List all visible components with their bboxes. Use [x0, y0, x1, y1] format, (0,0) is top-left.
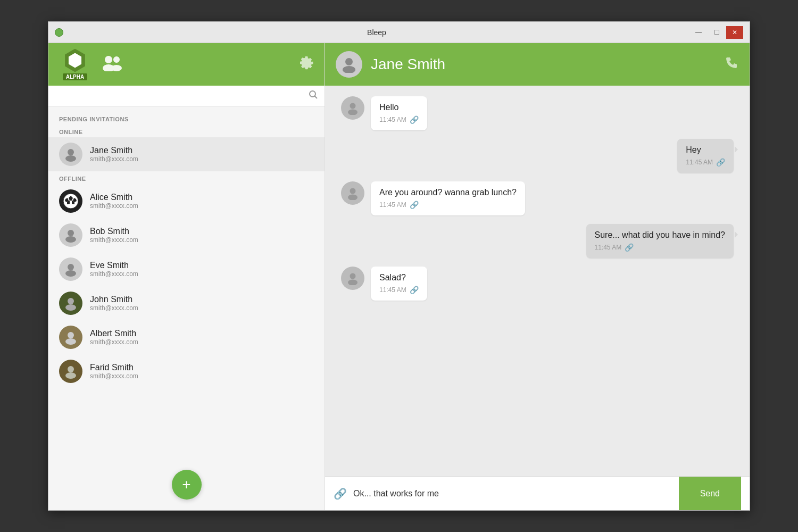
contact-email-john: smith@xxxx.com	[90, 304, 138, 312]
sidebar: ALPHA	[48, 43, 325, 510]
svg-point-21	[65, 338, 76, 345]
contact-name-bob: Bob Smith	[90, 227, 138, 236]
svg-point-17	[65, 270, 76, 277]
send-button[interactable]: Send	[679, 477, 741, 511]
traffic-light-button[interactable]	[55, 28, 63, 37]
msg-bubble-3: Are you around? wanna grab lunch? 11:45 …	[371, 181, 525, 215]
svg-point-23	[65, 372, 76, 379]
contact-info-john: John Smith smith@xxxx.com	[90, 295, 138, 312]
contact-info-farid: Farid Smith smith@xxxx.com	[90, 363, 138, 380]
msg-text-3: Are you around? wanna grab lunch?	[379, 188, 517, 197]
svg-point-14	[68, 230, 74, 236]
sidebar-footer: +	[48, 459, 325, 510]
link-icon-2: 🔗	[716, 158, 725, 167]
svg-point-3	[111, 65, 122, 71]
chat-header: Jane Smith	[325, 43, 750, 86]
offline-label: OFFLINE	[48, 171, 325, 184]
contact-info-bob: Bob Smith smith@xxxx.com	[90, 227, 138, 244]
add-contact-button[interactable]: +	[172, 470, 202, 500]
msg-bubble-4: Sure... what did you have in mind? 11:45…	[586, 224, 734, 258]
search-input[interactable]	[55, 92, 309, 100]
svg-point-18	[68, 298, 74, 304]
contact-item-john[interactable]: John Smith smith@xxxx.com	[48, 286, 325, 320]
contact-info-alice: Alice Smith smith@xxxx.com	[90, 193, 138, 210]
avatar-bob	[59, 223, 82, 247]
contact-name-john: John Smith	[90, 295, 138, 304]
svg-point-6	[68, 149, 74, 155]
msg-bubble-5: Salad? 11:45 AM 🔗	[371, 267, 427, 301]
phone-icon[interactable]	[724, 55, 739, 74]
msg-meta-5: 11:45 AM 🔗	[379, 286, 419, 294]
svg-point-29	[348, 195, 358, 201]
svg-point-7	[65, 155, 76, 162]
message-row-4: Sure... what did you have in mind? 11:45…	[586, 224, 734, 258]
svg-point-27	[348, 110, 358, 115]
chat-area: Jane Smith	[325, 43, 750, 510]
svg-point-26	[350, 103, 356, 109]
msg-meta-3: 11:45 AM 🔗	[379, 201, 517, 209]
search-bar	[48, 86, 325, 106]
message-input[interactable]	[353, 489, 672, 498]
contact-name-albert: Albert Smith	[90, 329, 138, 338]
contacts-icon[interactable]	[102, 54, 123, 75]
msg-time-3: 11:45 AM	[379, 201, 406, 209]
link-icon-1: 🔗	[410, 115, 419, 124]
settings-icon[interactable]	[299, 55, 314, 73]
alpha-label: ALPHA	[63, 73, 87, 80]
contact-item-eve[interactable]: Eve Smith smith@xxxx.com	[48, 252, 325, 286]
contact-name-farid: Farid Smith	[90, 363, 138, 372]
search-icon	[309, 90, 318, 102]
contact-list: PENDING INVITATIONS ONLINE Jane Smith sm…	[48, 106, 325, 459]
avatar-alice	[59, 189, 82, 213]
msg-avatar-1	[341, 96, 364, 120]
svg-point-4	[310, 91, 315, 97]
svg-point-31	[348, 280, 358, 286]
contact-email-jane: smith@xxxx.com	[90, 155, 138, 163]
svg-point-24	[345, 58, 353, 65]
msg-avatar-3	[341, 181, 364, 205]
contact-email-farid: smith@xxxx.com	[90, 372, 138, 380]
svg-point-28	[350, 188, 356, 194]
contact-info-albert: Albert Smith smith@xxxx.com	[90, 329, 138, 346]
messages-area: Hello 11:45 AM 🔗 Hey 11:45 AM 🔗	[325, 86, 750, 476]
contact-item-albert[interactable]: Albert Smith smith@xxxx.com	[48, 320, 325, 354]
svg-point-19	[65, 304, 76, 311]
msg-meta-1: 11:45 AM 🔗	[379, 115, 419, 124]
msg-avatar-5	[341, 267, 364, 290]
chat-contact-name: Jane Smith	[371, 56, 716, 73]
app-window: Bleep — ☐ ✕ ALPHA	[48, 21, 750, 511]
maximize-button[interactable]: ☐	[708, 26, 725, 39]
msg-text-4: Sure... what did you have in mind?	[595, 230, 725, 240]
contact-item-jane[interactable]: Jane Smith smith@xxxx.com	[48, 137, 325, 171]
avatar-john	[59, 292, 82, 315]
contact-item-farid[interactable]: Farid Smith smith@xxxx.com	[48, 354, 325, 388]
sidebar-header: ALPHA	[48, 43, 325, 86]
contact-email-bob: smith@xxxx.com	[90, 236, 138, 244]
contact-name-eve: Eve Smith	[90, 261, 138, 270]
title-bar-left	[55, 28, 63, 37]
attach-icon[interactable]: 🔗	[334, 487, 347, 500]
logo-button[interactable]: ALPHA	[59, 48, 91, 80]
close-button[interactable]: ✕	[726, 26, 743, 39]
pending-invitations-label: PENDING INVITATIONS	[48, 112, 325, 124]
message-row-2: Hey 11:45 AM 🔗	[677, 139, 734, 173]
svg-point-16	[68, 264, 74, 270]
message-row-3: Are you around? wanna grab lunch? 11:45 …	[341, 181, 525, 215]
avatar-albert	[59, 326, 82, 349]
minimize-button[interactable]: —	[690, 26, 707, 39]
contact-email-eve: smith@xxxx.com	[90, 270, 138, 278]
msg-text-5: Salad?	[379, 273, 419, 282]
msg-time-1: 11:45 AM	[379, 116, 406, 123]
contact-item-bob[interactable]: Bob Smith smith@xxxx.com	[48, 218, 325, 252]
svg-line-5	[315, 96, 318, 99]
svg-point-22	[68, 366, 74, 372]
msg-meta-4: 11:45 AM 🔗	[595, 243, 725, 252]
msg-text-2: Hey	[686, 145, 725, 155]
contact-email-alice: smith@xxxx.com	[90, 202, 138, 210]
msg-time-2: 11:45 AM	[686, 159, 713, 166]
window-controls: — ☐ ✕	[690, 26, 743, 39]
message-row-5: Salad? 11:45 AM 🔗	[341, 267, 427, 301]
link-icon-4: 🔗	[625, 243, 634, 252]
msg-bubble-1: Hello 11:45 AM 🔗	[371, 96, 427, 130]
contact-item-alice[interactable]: Alice Smith smith@xxxx.com	[48, 184, 325, 218]
